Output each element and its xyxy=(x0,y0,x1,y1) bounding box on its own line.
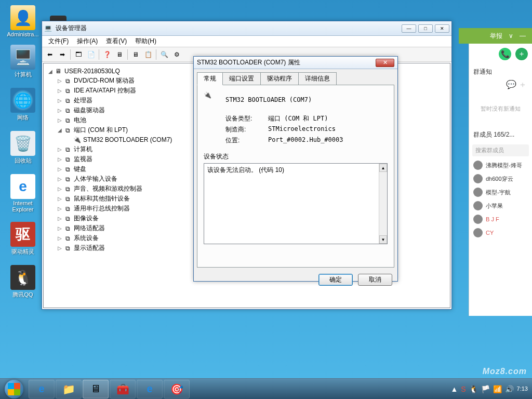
windows-orb-icon xyxy=(5,380,23,398)
tb-icon[interactable]: 🖥 xyxy=(130,49,141,60)
mfg-value: STMicroelectronics xyxy=(268,125,336,134)
status-textarea[interactable]: 该设备无法启动。 (代码 10) ▲ ▼ xyxy=(204,163,388,244)
tab-details[interactable]: 详细信息 xyxy=(298,72,337,85)
folder-icon: 👤 xyxy=(10,5,35,30)
tab-general[interactable]: 常规 xyxy=(197,72,223,85)
device-icon: ⧉ xyxy=(63,234,72,243)
tb-icon[interactable]: ❓ xyxy=(101,49,113,60)
device-icon: ⧉ xyxy=(63,155,72,164)
loc-value: Port_#0002.Hub_#0003 xyxy=(268,136,343,145)
qq-icon: 🐧 xyxy=(10,265,35,290)
taskbar-devmgr[interactable]: 🖥 xyxy=(83,380,109,398)
computer-icon: 🖥 xyxy=(54,67,62,75)
taskbar-app[interactable]: 🧰 xyxy=(110,380,136,398)
tb-icon[interactable]: 📋 xyxy=(142,49,154,60)
desktop-icon-ie[interactable]: eInternet Explorer xyxy=(4,174,42,212)
menu-file[interactable]: 文件(F) xyxy=(44,36,73,47)
tb-icon[interactable]: 🖥 xyxy=(114,49,125,60)
desktop-icon-qq[interactable]: 🐧腾讯QQ xyxy=(4,265,42,299)
loc-label: 位置: xyxy=(225,136,268,145)
close-button[interactable]: ✕ xyxy=(376,59,394,67)
tb-icon[interactable]: 🗔 xyxy=(73,49,84,60)
desktop-icon-admin[interactable]: 👤Administra... xyxy=(4,5,42,37)
device-icon: ⧉ xyxy=(63,185,72,193)
desktop-icon-network[interactable]: 🌐网络 xyxy=(4,88,42,122)
recycle-icon: 🗑️ xyxy=(10,131,35,156)
system-tray: ▲ S 🐧 🏳️ 📶 🔊 7:13 xyxy=(446,379,532,399)
scroll-up-button[interactable]: ▲ xyxy=(379,164,387,172)
tray-vol-icon[interactable]: 🔊 xyxy=(505,385,514,393)
member-item[interactable]: CY xyxy=(469,226,532,240)
scroll-down-button[interactable]: ▼ xyxy=(379,235,387,244)
tray-net-icon[interactable]: 📶 xyxy=(493,385,502,393)
type-label: 设备类型: xyxy=(225,114,268,123)
port-icon: 🔌 xyxy=(73,136,81,144)
menu-view[interactable]: 查看(V) xyxy=(102,36,131,47)
status-text: 该设备无法启动。 (代码 10) xyxy=(207,166,284,174)
member-item[interactable]: dh600穿云 xyxy=(469,172,532,185)
devmgr-menubar: 文件(F) 操作(A) 查看(V) 帮助(H) xyxy=(42,36,451,47)
tb-icon[interactable]: 📄 xyxy=(85,49,97,60)
maximize-button[interactable]: □ xyxy=(418,24,433,33)
device-icon: ⧉ xyxy=(63,77,72,85)
scrollbar[interactable]: ▲ ▼ xyxy=(379,164,387,244)
desktop-icon-driver[interactable]: 驱驱动精灵 xyxy=(4,222,42,256)
qq-dropdown[interactable]: ∨ xyxy=(506,32,516,39)
tray-flag-icon[interactable]: 🏳️ xyxy=(481,385,490,393)
taskbar-explorer[interactable]: 📁 xyxy=(56,380,82,398)
avatar xyxy=(473,201,483,210)
taskbar: e 📁 🖥 🧰 e 🎯 ▲ S 🐧 🏳️ 📶 🔊 7:13 xyxy=(0,378,532,399)
member-item[interactable]: B J F xyxy=(469,212,532,226)
minimize-button[interactable]: — xyxy=(402,24,416,33)
group-notif-header: 群通知 xyxy=(469,64,532,79)
taskbar-ie[interactable]: e xyxy=(29,380,55,398)
desktop-icon-computer[interactable]: 🖥️计算机 xyxy=(4,45,42,78)
taskbar-driver[interactable]: 🎯 xyxy=(164,380,190,398)
tray-icon[interactable]: S xyxy=(461,385,466,393)
taskbar-clock[interactable]: 7:13 xyxy=(517,385,528,392)
device-icon: ⧉ xyxy=(63,224,72,233)
network-icon: 🌐 xyxy=(10,88,35,113)
forward-button[interactable]: ➡ xyxy=(57,49,68,60)
props-title: STM32 BOOTLOADER (COM7) 属性 xyxy=(197,58,376,67)
member-item[interactable]: 小苹果 xyxy=(469,199,532,212)
device-icon: ⧉ xyxy=(63,107,72,115)
ie-icon: e xyxy=(10,174,35,199)
ok-button[interactable]: 确定 xyxy=(318,274,353,286)
back-button[interactable]: ⬅ xyxy=(44,49,56,60)
member-item[interactable]: 沸腾模型-烽哥 xyxy=(469,158,532,172)
start-button[interactable] xyxy=(0,379,28,400)
device-icon: ⧉ xyxy=(63,145,72,154)
devmgr-titlebar[interactable]: 💻 设备管理器 — □ ✕ xyxy=(42,21,451,36)
tb-icon[interactable]: 🔍 xyxy=(158,49,170,60)
menu-action[interactable]: 操作(A) xyxy=(73,36,102,47)
mfg-label: 制造商: xyxy=(225,125,268,134)
qq-panel: 举报 ∨ — 📞 ＋ 群通知 💬 ＋ 暂时没有新通知 群成员 165/2... … xyxy=(469,44,532,316)
avatar xyxy=(473,174,483,183)
member-item[interactable]: 模型-宇航 xyxy=(469,185,532,199)
close-button[interactable]: ✕ xyxy=(435,24,449,33)
tab-driver[interactable]: 驱动程序 xyxy=(260,72,299,85)
watermark: Moz8.com xyxy=(483,367,527,376)
device-icon: ⧉ xyxy=(63,87,72,95)
cancel-button[interactable]: 取消 xyxy=(358,274,392,286)
props-panel: 🔌 STM32 BOOTLOADER (COM7) 设备类型:端口 (COM 和… xyxy=(197,85,394,268)
call-icon[interactable]: 📞 xyxy=(499,48,511,60)
tb-icon[interactable]: ⚙ xyxy=(171,49,182,60)
members-header: 群成员 165/2... xyxy=(469,127,532,142)
tray-up-icon[interactable]: ▲ xyxy=(450,385,458,393)
add-icon[interactable]: ＋ xyxy=(515,48,528,60)
empty-notif: 暂时没有新通知 xyxy=(469,90,532,127)
taskbar-ie2[interactable]: e xyxy=(137,380,163,398)
tab-port[interactable]: 端口设置 xyxy=(222,72,261,85)
desktop-icon-recycle[interactable]: 🗑️回收站 xyxy=(4,131,42,165)
menu-help[interactable]: 帮助(H) xyxy=(131,36,161,47)
qq-report[interactable]: 举报 xyxy=(487,32,506,41)
qq-min[interactable]: — xyxy=(516,32,529,39)
qq-topbar: 举报 ∨ — xyxy=(459,28,532,44)
device-icon: ⧉ xyxy=(63,116,72,125)
tray-qq-icon[interactable]: 🐧 xyxy=(469,385,478,393)
avatar xyxy=(473,188,483,197)
props-titlebar[interactable]: STM32 BOOTLOADER (COM7) 属性 ✕ xyxy=(194,57,397,69)
member-search[interactable]: 搜索群成员 xyxy=(472,144,529,156)
